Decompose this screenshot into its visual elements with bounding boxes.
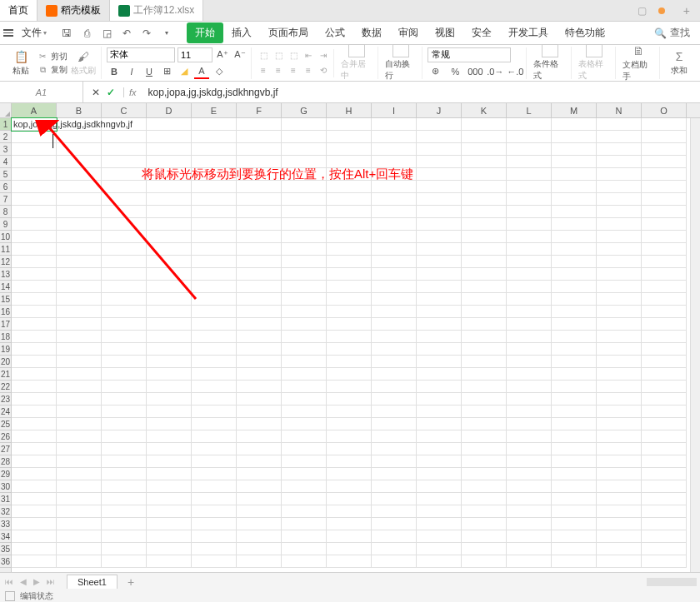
cell[interactable] bbox=[417, 518, 462, 530]
cell[interactable] bbox=[57, 368, 102, 381]
cell[interactable] bbox=[372, 206, 417, 218]
cell[interactable] bbox=[507, 168, 552, 181]
cell[interactable] bbox=[417, 331, 462, 343]
sheet-prev-button[interactable]: ◀ bbox=[18, 577, 28, 586]
cell[interactable] bbox=[642, 530, 687, 543]
cell[interactable] bbox=[462, 193, 507, 206]
cell[interactable] bbox=[147, 468, 192, 480]
cell[interactable] bbox=[462, 356, 507, 368]
cell[interactable] bbox=[192, 393, 237, 405]
row-header-7[interactable]: 7 bbox=[0, 193, 11, 206]
cell[interactable] bbox=[57, 318, 102, 331]
sheet-next-button[interactable]: ▶ bbox=[32, 577, 42, 586]
cell[interactable] bbox=[642, 293, 687, 306]
cell[interactable] bbox=[462, 368, 507, 381]
cell[interactable] bbox=[327, 231, 372, 243]
col-header-i[interactable]: I bbox=[372, 103, 417, 117]
cell[interactable] bbox=[237, 468, 282, 480]
cell[interactable] bbox=[192, 343, 237, 356]
cell[interactable] bbox=[102, 381, 147, 393]
cell[interactable] bbox=[642, 306, 687, 318]
cell[interactable] bbox=[507, 430, 552, 443]
cell[interactable] bbox=[462, 381, 507, 393]
cell[interactable] bbox=[282, 218, 327, 231]
cell[interactable] bbox=[552, 555, 597, 568]
cell[interactable] bbox=[372, 281, 417, 293]
cell[interactable] bbox=[642, 218, 687, 231]
cell[interactable] bbox=[102, 131, 147, 143]
cell[interactable] bbox=[57, 206, 102, 218]
cell[interactable] bbox=[102, 143, 147, 156]
cell[interactable] bbox=[192, 543, 237, 555]
cell[interactable] bbox=[57, 243, 102, 256]
cell[interactable] bbox=[102, 268, 147, 281]
tab-add[interactable]: + bbox=[673, 4, 700, 17]
cell[interactable] bbox=[372, 530, 417, 543]
cell[interactable] bbox=[372, 268, 417, 281]
cell[interactable] bbox=[192, 256, 237, 268]
indent-increase-button[interactable]: ⇥ bbox=[317, 49, 330, 62]
cell[interactable] bbox=[462, 343, 507, 356]
cell[interactable] bbox=[237, 430, 282, 443]
name-box[interactable]: A1 bbox=[0, 82, 83, 102]
cell[interactable] bbox=[552, 356, 597, 368]
redo-icon[interactable]: ↷ bbox=[140, 27, 153, 40]
cell[interactable] bbox=[147, 381, 192, 393]
orientation-button[interactable]: ⟲ bbox=[317, 64, 330, 77]
cell[interactable] bbox=[282, 231, 327, 243]
col-header-b[interactable]: B bbox=[57, 103, 102, 117]
decrease-font-button[interactable]: A⁻ bbox=[232, 47, 248, 62]
cell[interactable] bbox=[417, 368, 462, 381]
cell[interactable] bbox=[102, 356, 147, 368]
cell[interactable] bbox=[552, 118, 597, 131]
cell[interactable] bbox=[192, 193, 237, 206]
cell[interactable] bbox=[102, 530, 147, 543]
cell[interactable] bbox=[147, 256, 192, 268]
cell[interactable] bbox=[597, 381, 642, 393]
currency-button[interactable]: ⊛ bbox=[428, 64, 442, 79]
cell[interactable] bbox=[102, 231, 147, 243]
cell[interactable] bbox=[282, 530, 327, 543]
cell[interactable] bbox=[597, 131, 642, 143]
cell[interactable] bbox=[57, 356, 102, 368]
col-header-f[interactable]: F bbox=[237, 103, 282, 117]
cell[interactable] bbox=[147, 268, 192, 281]
cell[interactable] bbox=[192, 455, 237, 468]
cell[interactable] bbox=[507, 518, 552, 530]
cell[interactable] bbox=[57, 543, 102, 555]
cell[interactable] bbox=[147, 218, 192, 231]
cell[interactable] bbox=[192, 218, 237, 231]
col-header-l[interactable]: L bbox=[507, 103, 552, 117]
cell[interactable] bbox=[282, 368, 327, 381]
cell[interactable] bbox=[462, 418, 507, 430]
cell[interactable] bbox=[147, 405, 192, 418]
menu-feature[interactable]: 特色功能 bbox=[557, 22, 613, 43]
cell[interactable] bbox=[597, 480, 642, 493]
cell[interactable] bbox=[147, 343, 192, 356]
cell[interactable] bbox=[237, 530, 282, 543]
cell[interactable] bbox=[102, 493, 147, 505]
cell[interactable] bbox=[507, 405, 552, 418]
cell[interactable] bbox=[642, 493, 687, 505]
cell[interactable] bbox=[417, 343, 462, 356]
cell[interactable] bbox=[642, 268, 687, 281]
cell[interactable] bbox=[12, 443, 57, 455]
cell[interactable] bbox=[462, 530, 507, 543]
cell[interactable] bbox=[12, 168, 57, 181]
cell[interactable] bbox=[372, 231, 417, 243]
cell[interactable] bbox=[57, 418, 102, 430]
border-button[interactable]: ⊞ bbox=[159, 64, 174, 79]
cell[interactable] bbox=[102, 243, 147, 256]
cell[interactable] bbox=[57, 405, 102, 418]
formula-input[interactable]: kop,jopa,jg,jskdg,jsdkhngvb,jf bbox=[142, 87, 700, 98]
cell[interactable] bbox=[552, 368, 597, 381]
cell[interactable] bbox=[462, 168, 507, 181]
cell[interactable] bbox=[282, 281, 327, 293]
cell[interactable] bbox=[102, 168, 147, 181]
cell[interactable] bbox=[462, 118, 507, 131]
cell[interactable] bbox=[192, 181, 237, 193]
cell[interactable] bbox=[552, 393, 597, 405]
cell[interactable] bbox=[282, 243, 327, 256]
cell[interactable] bbox=[507, 443, 552, 455]
cell[interactable] bbox=[642, 393, 687, 405]
